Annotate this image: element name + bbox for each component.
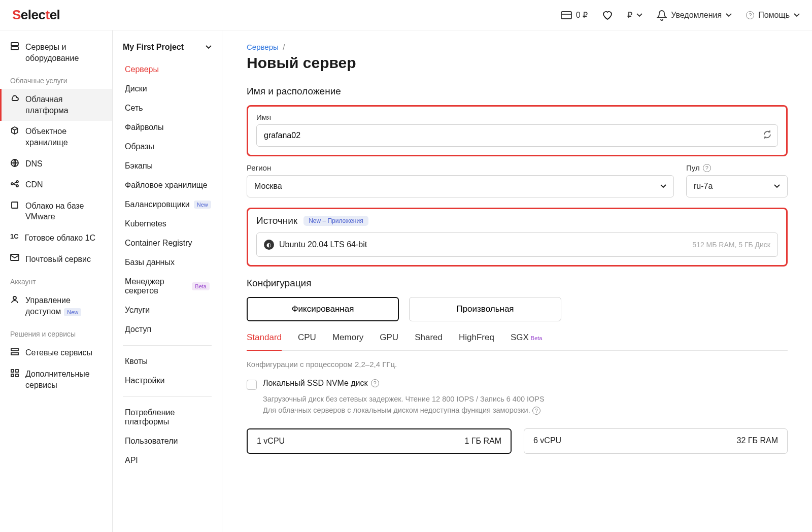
chevron-down-icon (794, 13, 800, 17)
sub-firewalls[interactable]: Файрволы (113, 118, 222, 137)
rack-icon (10, 347, 19, 356)
sub-network[interactable]: Сеть (113, 98, 222, 118)
tab-memory[interactable]: Memory (332, 332, 363, 350)
sub-servers[interactable]: Серверы (113, 60, 222, 79)
nav-addl-services[interactable]: Дополнительные сервисы (0, 363, 112, 395)
svg-rect-13 (11, 370, 14, 372)
chevron-down-icon (636, 13, 642, 17)
svg-point-7 (16, 185, 18, 187)
sub-databases[interactable]: Базы данных (113, 253, 222, 272)
page-title: Новый сервер (247, 54, 788, 72)
local-ssd-desc: Загрузочный диск без сетевых задержек. Ч… (263, 394, 788, 416)
sub-file-storage[interactable]: Файловое хранилище (113, 176, 222, 195)
nav-1c[interactable]: 1C Готовое облако 1С (0, 227, 112, 249)
tab-standard[interactable]: Standard (247, 332, 282, 351)
config-tabs: Standard CPU Memory GPU Shared HighFreq … (247, 332, 788, 351)
highlight-name: Имя (247, 105, 788, 156)
svg-rect-11 (11, 349, 18, 351)
chevron-down-icon (660, 184, 666, 188)
help-icon: ? (746, 11, 754, 19)
sub-disks[interactable]: Диски (113, 79, 222, 98)
svg-rect-14 (16, 370, 18, 372)
project-sidebar: My First Project Серверы Диски Сеть Файр… (113, 30, 222, 532)
config-card-1[interactable]: 1 vCPU1 ГБ RAM (247, 428, 512, 454)
region-select[interactable]: Москва (247, 175, 674, 197)
box-icon (10, 201, 19, 210)
nav-mail[interactable]: Почтовый сервис (0, 249, 112, 270)
local-ssd-label: Локальный SSD NVMe диск (263, 379, 368, 388)
sub-kubernetes[interactable]: Kubernetes (113, 214, 222, 234)
tab-highfreq[interactable]: HighFreq (459, 332, 494, 350)
ubuntu-icon: ◐ (264, 240, 274, 250)
project-selector[interactable]: My First Project (113, 37, 222, 60)
nav-dns[interactable]: DNS (0, 153, 112, 175)
sub-users[interactable]: Пользователи (113, 431, 222, 451)
sub-quotas[interactable]: Квоты (113, 352, 222, 371)
sub-secrets[interactable]: Менеджер секретовBeta (113, 272, 222, 301)
chevron-down-icon (206, 45, 212, 49)
divider (123, 396, 212, 397)
svg-rect-12 (11, 353, 18, 355)
sub-images[interactable]: Образы (113, 137, 222, 156)
tab-gpu[interactable]: GPU (380, 332, 398, 350)
logo[interactable]: Selectel (12, 7, 60, 23)
local-ssd-checkbox[interactable] (247, 380, 257, 390)
nav-access-mgmt[interactable]: Управление доступомNew (0, 290, 112, 322)
pool-select[interactable]: ru-7a (686, 175, 788, 197)
nav-cdn[interactable]: CDN (0, 174, 112, 195)
source-select[interactable]: ◐ Ubuntu 20.04 LTS 64-bit 512 МБ RAM, 5 … (256, 232, 778, 257)
globe-icon (10, 158, 19, 168)
svg-point-10 (13, 296, 16, 300)
sub-settings[interactable]: Настройки (113, 371, 222, 390)
sub-services[interactable]: Услуги (113, 301, 222, 320)
tab-sgx[interactable]: SGXBeta (511, 332, 543, 350)
divider (123, 345, 212, 346)
tab-cpu[interactable]: CPU (298, 332, 316, 350)
help-icon[interactable]: ? (371, 379, 379, 387)
svg-rect-0 (561, 12, 571, 19)
svg-rect-8 (12, 202, 18, 208)
group-account: Аккаунт (0, 270, 112, 290)
crumb-servers[interactable]: Серверы (247, 43, 279, 51)
server-icon (10, 42, 19, 51)
sub-backups[interactable]: Бэкапы (113, 156, 222, 176)
help-icon[interactable]: ? (703, 164, 711, 172)
server-name-input[interactable] (256, 124, 778, 147)
help-icon[interactable]: ? (532, 407, 540, 415)
svg-point-5 (11, 183, 13, 185)
section-source: Источник (256, 215, 297, 226)
heart-icon[interactable] (602, 10, 613, 20)
sub-consumption[interactable]: Потребление платформы (113, 403, 222, 431)
config-fixed-button[interactable]: Фиксированная (247, 297, 399, 321)
sub-container-registry[interactable]: Container Registry (113, 234, 222, 253)
topbar: Selectel 0 ₽ ₽ Уведомления ? Помощь (0, 0, 812, 30)
sub-access[interactable]: Доступ (113, 320, 222, 339)
svg-rect-15 (11, 374, 14, 377)
tab-shared[interactable]: Shared (415, 332, 443, 350)
help[interactable]: ? Помощь (746, 11, 800, 20)
nav-vmware[interactable]: Облако на базе VMware (0, 195, 112, 227)
nav-net-services[interactable]: Сетевые сервисы (0, 342, 112, 363)
badge-beta: Beta (192, 282, 210, 290)
badge-new-apps: New – Приложения (303, 216, 368, 226)
sub-balancers[interactable]: БалансировщикиNew (113, 195, 222, 214)
sub-api[interactable]: API (113, 451, 222, 470)
badge-beta: Beta (531, 335, 543, 341)
chevron-down-icon (774, 184, 780, 188)
regenerate-name-icon[interactable] (763, 130, 772, 141)
breadcrumb: Серверы / (247, 43, 788, 51)
balance[interactable]: 0 ₽ (561, 10, 588, 20)
nav-object-storage[interactable]: Объектное хранилище (0, 121, 112, 153)
svg-rect-2 (11, 43, 18, 46)
config-card-2[interactable]: 6 vCPU32 ГБ RAM (524, 428, 788, 454)
label-name: Имя (256, 113, 778, 121)
config-free-button[interactable]: Произвольная (409, 297, 561, 321)
nav-servers-hardware[interactable]: Серверы и оборудование (0, 37, 112, 69)
label-region: Регион (247, 163, 674, 172)
currency-selector[interactable]: ₽ (627, 10, 642, 20)
notifications[interactable]: Уведомления (657, 10, 732, 21)
cloud-icon (10, 94, 19, 103)
group-cloud: Облачные услуги (0, 69, 112, 89)
nav-cloud-platform[interactable]: Облачная платформа (0, 89, 112, 121)
chevron-down-icon (726, 13, 732, 17)
